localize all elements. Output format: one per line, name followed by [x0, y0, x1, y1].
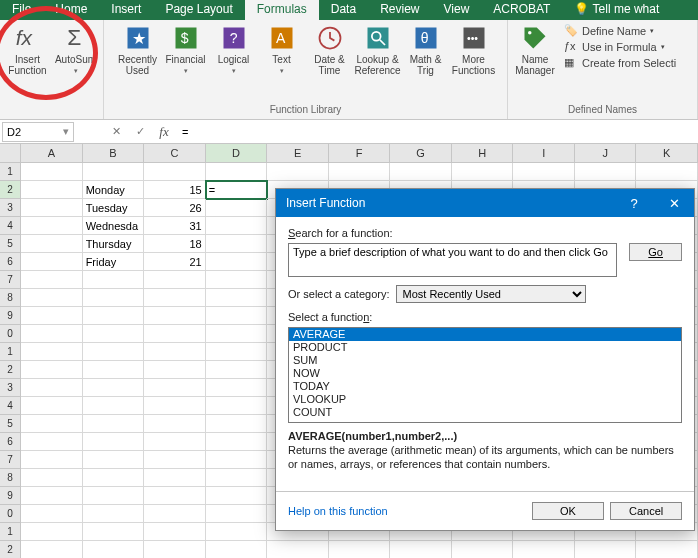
more-functions-button[interactable]: ••• More Functions	[451, 22, 497, 78]
col-header[interactable]: I	[513, 144, 575, 162]
search-input[interactable]: Type a brief description of what you wan…	[288, 243, 617, 277]
tab-page-layout[interactable]: Page Layout	[153, 0, 244, 20]
col-header[interactable]: J	[575, 144, 637, 162]
cell[interactable]	[21, 397, 83, 415]
cancel-formula-button[interactable]: ✕	[104, 125, 128, 138]
function-item[interactable]: COUNT	[289, 406, 681, 419]
cell[interactable]	[83, 379, 145, 397]
row-header[interactable]: 2	[0, 541, 21, 558]
cell[interactable]	[144, 523, 206, 541]
cell[interactable]	[144, 487, 206, 505]
row-header[interactable]: 6	[0, 433, 21, 451]
logical-button[interactable]: ? Logical ▾	[211, 22, 257, 78]
lookup-button[interactable]: Lookup & Reference	[355, 22, 401, 78]
cell[interactable]	[83, 487, 145, 505]
math-trig-button[interactable]: θ Math & Trig	[403, 22, 449, 78]
cell[interactable]	[144, 343, 206, 361]
cell[interactable]	[575, 163, 637, 181]
cell[interactable]	[206, 289, 268, 307]
tab-insert[interactable]: Insert	[99, 0, 153, 20]
tab-tell-me[interactable]: 💡 Tell me what	[562, 0, 671, 20]
cell[interactable]	[206, 271, 268, 289]
cell[interactable]	[144, 361, 206, 379]
cell[interactable]	[21, 253, 83, 271]
close-button[interactable]: ✕	[654, 189, 694, 217]
help-button[interactable]: ?	[614, 189, 654, 217]
cell[interactable]	[144, 433, 206, 451]
row-header[interactable]: 3	[0, 379, 21, 397]
col-header[interactable]: A	[21, 144, 83, 162]
cell[interactable]	[83, 361, 145, 379]
cell[interactable]	[206, 199, 268, 217]
cell[interactable]	[513, 163, 575, 181]
row-header[interactable]: 5	[0, 415, 21, 433]
col-header[interactable]: K	[636, 144, 698, 162]
cell[interactable]	[83, 397, 145, 415]
cell[interactable]	[206, 235, 268, 253]
row-header[interactable]: 2	[0, 361, 21, 379]
cell[interactable]	[83, 307, 145, 325]
cell[interactable]	[144, 505, 206, 523]
cell[interactable]	[144, 163, 206, 181]
row-header[interactable]: 8	[0, 289, 21, 307]
cell[interactable]	[21, 523, 83, 541]
name-box[interactable]: D2 ▾	[2, 122, 74, 142]
cell[interactable]: Friday	[83, 253, 145, 271]
row-header[interactable]: 4	[0, 397, 21, 415]
cell[interactable]	[21, 217, 83, 235]
category-select[interactable]: Most Recently Used	[396, 285, 586, 303]
text-button[interactable]: A Text ▾	[259, 22, 305, 78]
cell[interactable]	[21, 307, 83, 325]
cell[interactable]	[21, 289, 83, 307]
cell[interactable]	[144, 397, 206, 415]
cell[interactable]	[21, 163, 83, 181]
cell[interactable]	[206, 379, 268, 397]
row-header[interactable]: 9	[0, 487, 21, 505]
function-item[interactable]: NOW	[289, 367, 681, 380]
cell[interactable]	[390, 163, 452, 181]
help-link[interactable]: Help on this function	[288, 505, 388, 517]
col-header[interactable]: F	[329, 144, 391, 162]
function-item[interactable]: SUM	[289, 354, 681, 367]
tab-data[interactable]: Data	[319, 0, 368, 20]
cell[interactable]: 18	[144, 235, 206, 253]
autosum-button[interactable]: Σ AutoSum ▾	[53, 22, 99, 78]
row-header[interactable]: 6	[0, 253, 21, 271]
cell[interactable]	[267, 541, 329, 558]
cell[interactable]	[144, 307, 206, 325]
cell[interactable]	[83, 325, 145, 343]
cell[interactable]	[21, 505, 83, 523]
cell[interactable]	[144, 451, 206, 469]
cell[interactable]	[21, 415, 83, 433]
cell[interactable]: Thursday	[83, 235, 145, 253]
cell[interactable]	[206, 469, 268, 487]
row-header[interactable]: 5	[0, 235, 21, 253]
cell[interactable]	[83, 505, 145, 523]
cell[interactable]	[83, 163, 145, 181]
tab-home[interactable]: Home	[43, 0, 99, 20]
select-all-corner[interactable]	[0, 144, 21, 162]
cell[interactable]	[206, 307, 268, 325]
row-header[interactable]: 1	[0, 163, 21, 181]
cell[interactable]	[206, 253, 268, 271]
function-item[interactable]: TODAY	[289, 380, 681, 393]
tab-review[interactable]: Review	[368, 0, 431, 20]
cell[interactable]	[206, 451, 268, 469]
tab-view[interactable]: View	[432, 0, 482, 20]
cell[interactable]	[206, 487, 268, 505]
cell[interactable]	[21, 487, 83, 505]
function-item[interactable]: VLOOKUP	[289, 393, 681, 406]
cell[interactable]	[21, 343, 83, 361]
cell[interactable]	[83, 523, 145, 541]
col-header[interactable]: B	[83, 144, 145, 162]
cell[interactable]	[452, 163, 514, 181]
cell[interactable]	[144, 289, 206, 307]
cell[interactable]	[83, 415, 145, 433]
row-header[interactable]: 7	[0, 451, 21, 469]
row-header[interactable]: 0	[0, 325, 21, 343]
col-header[interactable]: E	[267, 144, 329, 162]
cell[interactable]	[83, 541, 145, 558]
cell[interactable]: Tuesday	[83, 199, 145, 217]
cell[interactable]	[206, 325, 268, 343]
cell[interactable]	[83, 271, 145, 289]
